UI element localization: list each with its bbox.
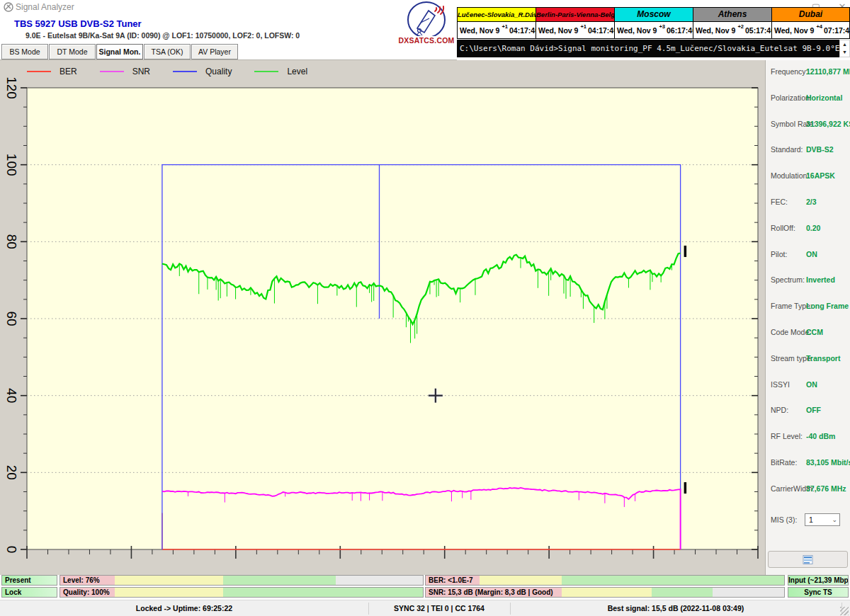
logo-text: DXSATCS.COM: [395, 36, 458, 45]
clock-time: Wed, Nov 9+104:17:40: [536, 22, 614, 39]
tab-dt-mode[interactable]: DT Mode: [49, 44, 96, 59]
svg-text:120: 120: [4, 76, 19, 99]
param-value: 16APSK: [806, 171, 835, 180]
console-scrollbar[interactable]: ▲ ▼: [839, 40, 850, 57]
clock-city: Lučenec-Slovakia_R.Dávid: [457, 7, 536, 22]
clock-time: Wed, Nov 9+407:17:40: [771, 22, 850, 39]
tab-av-player[interactable]: AV Player: [191, 44, 238, 59]
level-legend-label: Level: [287, 67, 307, 76]
svg-text:100: 100: [4, 154, 19, 176]
tab-bs-mode[interactable]: BS Mode: [1, 44, 48, 59]
tuning-info: 9.0E - Eutelsat 9B/Ka-Sat 9A (ID: 0090) …: [26, 31, 300, 40]
tab-signal-mon-[interactable]: Signal Mon.: [96, 44, 143, 59]
quality-legend-line: [173, 71, 197, 72]
svg-text:20: 20: [4, 465, 19, 480]
satellite-dish-icon: [395, 1, 458, 36]
mis-select[interactable]: 1 ⌄: [805, 513, 840, 526]
console-text: C:\Users\Roman Dávid>Signal monitoring_P…: [460, 44, 839, 53]
parameters-panel: MIS (3): 1 ⌄ Frequency:12110,877 MHzPola…: [765, 60, 850, 575]
lock-indicator: Lock: [1, 587, 57, 598]
param-value: DVB-S2: [806, 145, 834, 154]
clock-city: Dubai: [771, 7, 850, 22]
app-icon: [4, 2, 13, 12]
param-label: Spectrum:: [771, 275, 805, 284]
scroll-down-icon[interactable]: ▼: [840, 49, 849, 56]
clock-dubai: DubaiWed, Nov 9+407:17:40: [771, 7, 850, 39]
clock-berlin-paris-vienna-belgrade: Berlin-Paris-Vienna-BelgradeWed, Nov 9+1…: [536, 7, 614, 39]
mis-value: 1: [809, 515, 813, 524]
param-value: 31396,922 KS/s: [806, 120, 850, 128]
level-progressbar: Level: 76%: [60, 575, 424, 586]
param-value: 2/3: [806, 198, 817, 206]
param-value: OFF: [806, 406, 821, 414]
param-label: Frequency:: [771, 67, 808, 76]
chevron-down-icon: ⌄: [832, 514, 837, 525]
list-icon: [803, 555, 813, 564]
status-best-signal: Best signal: 15,5 dB (2022-11-08 03:49): [510, 600, 842, 616]
clock-city: Moscow: [614, 7, 693, 22]
clock-city: Berlin-Paris-Vienna-Belgrade: [536, 7, 614, 22]
window-title: Signal Analyzer: [16, 2, 74, 12]
param-label: ISSYI: [771, 380, 790, 389]
ber-legend-line: [27, 71, 51, 72]
snr-legend-label: SNR: [132, 67, 150, 76]
status-sync: SYNC 32 | TEI 0 | CC 1764: [368, 600, 510, 616]
param-value: -40 dBm: [806, 432, 835, 440]
mis-label: MIS (3):: [771, 515, 797, 524]
sync-ts-indicator: Sync TS: [788, 587, 849, 598]
snr-progressbar: SNR: 15,3 dB (Margin: 8,3 dB | Good): [425, 587, 785, 598]
resize-grip[interactable]: [840, 607, 849, 615]
param-label: Modulation:: [771, 171, 809, 180]
signal-chart[interactable]: 020406080100120: [0, 60, 765, 575]
param-value: 0.20: [806, 224, 820, 232]
world-clocks: Lučenec-Slovakia_R.DávidWed, Nov 9+104:1…: [457, 7, 850, 39]
svg-text:40: 40: [4, 388, 19, 403]
quality-legend-label: Quality: [205, 67, 232, 76]
param-label: NPD:: [771, 406, 788, 414]
tab-tsa-ok-[interactable]: TSA (OK): [144, 44, 191, 59]
stream-list-button[interactable]: [768, 551, 848, 568]
param-value: Inverted: [806, 275, 835, 284]
param-label: RollOff:: [771, 224, 795, 232]
svg-text:60: 60: [4, 311, 19, 326]
param-label: Standard:: [771, 145, 803, 154]
param-label: RF Level:: [771, 432, 803, 440]
param-label: FEC:: [771, 198, 788, 206]
clock-time: Wed, Nov 9+104:17:40: [457, 22, 536, 39]
console-window[interactable]: C:\Users\Roman Dávid>Signal monitoring_P…: [457, 40, 839, 57]
clock-time: Wed, Nov 9+205:17:40: [693, 22, 771, 39]
svg-text:0: 0: [4, 546, 19, 554]
param-value: ON: [806, 250, 817, 258]
clock-time: Wed, Nov 9+306:17:40: [614, 22, 693, 39]
signal-monitor-chart-region: BERSNRQualityLevel 020406080100120: [0, 60, 765, 575]
param-value: CCM: [806, 328, 823, 336]
clock-athens: AthensWed, Nov 9+205:17:40: [693, 7, 771, 39]
param-value: 37,676 MHz: [806, 484, 846, 493]
clock-moscow: MoscowWed, Nov 9+306:17:40: [614, 7, 693, 39]
snr-legend-line: [100, 71, 124, 72]
param-label: Pilot:: [771, 250, 787, 258]
input-rate-indicator: Input (~21,39 Mbps): [788, 575, 849, 586]
param-value: Transport: [806, 354, 840, 363]
clock-lu-enec-slovakia-r-d-vid: Lučenec-Slovakia_R.DávidWed, Nov 9+104:1…: [457, 7, 536, 39]
statusbar: Locked -> Uptime: 69:25:22 SYNC 32 | TEI…: [0, 600, 850, 616]
chart-legend: BERSNRQualityLevel: [27, 67, 330, 76]
device-title: TBS 5927 USB DVB-S2 Tuner: [14, 18, 142, 29]
param-value: 83,105 Mbit/s: [806, 458, 850, 467]
quality-progressbar: Quality: 100%: [60, 587, 424, 598]
ber-legend-label: BER: [60, 67, 77, 76]
param-label: BitRate:: [771, 458, 797, 467]
status-uptime: Locked -> Uptime: 69:25:22: [0, 600, 368, 616]
param-label: Code Mode:: [771, 328, 811, 336]
dxsatcs-logo: DXSATCS.COM: [395, 1, 458, 45]
svg-text:80: 80: [4, 234, 19, 249]
param-value: Long Frame: [806, 302, 849, 310]
param-value: ON: [806, 380, 817, 389]
ber-progressbar: BER: <1.0E-7: [425, 575, 785, 586]
param-value: 12110,877 MHz: [806, 67, 850, 76]
scroll-up-icon[interactable]: ▲: [840, 41, 849, 48]
present-indicator: Present: [1, 575, 57, 586]
level-legend-line: [254, 71, 278, 72]
param-value: Horizontal: [806, 93, 842, 102]
clock-city: Athens: [693, 7, 771, 22]
